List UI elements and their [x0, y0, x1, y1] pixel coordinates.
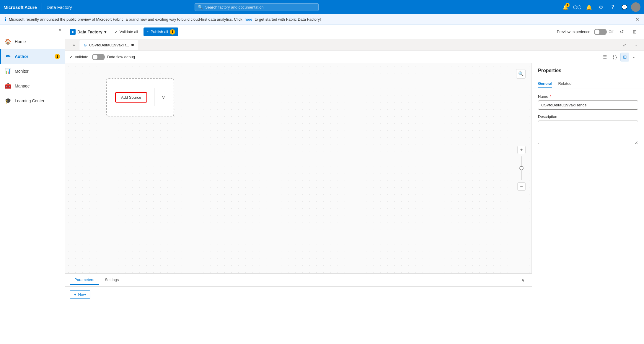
banner-link[interactable]: here	[245, 17, 252, 22]
unsaved-indicator	[131, 44, 134, 46]
sidebar-item-manage[interactable]: 🧰 Manage	[0, 79, 65, 93]
sidebar-item-monitor[interactable]: 📊 Monitor	[0, 64, 65, 79]
banner-message: Microsoft recently announced the public …	[9, 17, 242, 22]
sidebar-item-label-manage: Manage	[15, 84, 30, 88]
toolbar-right: Preview experience Off ↺ ⊞	[557, 27, 639, 37]
debug-toggle[interactable]	[92, 54, 105, 60]
factory-icon: ■	[70, 29, 76, 35]
more-options-icon[interactable]: ···	[631, 41, 639, 49]
toolbar-brand-chevron: ▾	[104, 30, 106, 34]
validate-all-button[interactable]: ✓ Validate all	[111, 28, 141, 36]
publish-icon: ↑	[147, 30, 149, 34]
top-nav: Microsoft Azure Data Factory 🔍 🔔 1 ⬡⬡ 🔔 …	[0, 0, 644, 14]
properties-header: Properties	[532, 63, 644, 76]
expand-tab-icon[interactable]: ⤢	[620, 41, 629, 49]
description-input[interactable]	[538, 121, 638, 144]
parameters-tab[interactable]: Parameters	[70, 275, 99, 285]
properties-body: Name * Description	[532, 88, 644, 151]
bottom-panel-body: + New	[65, 287, 532, 344]
refresh-icon[interactable]: ↺	[617, 27, 626, 37]
sidebar: « 🏠 Home ✏ Author 1 📊 Monitor 🧰 Manage 🎓…	[0, 25, 65, 344]
info-icon: ℹ	[5, 17, 6, 22]
description-field: Description	[538, 114, 638, 145]
sidebar-item-author[interactable]: ✏ Author 1	[0, 49, 65, 64]
more-sub-icon[interactable]: ···	[630, 53, 639, 61]
add-source-label: Add Source	[121, 95, 141, 100]
settings-tab[interactable]: Settings	[100, 275, 123, 285]
debug-label: Data flow debug	[107, 55, 135, 59]
info-banner: ℹ Microsoft recently announced the publi…	[0, 14, 644, 25]
properties-panel: Properties General Related Name *	[532, 63, 644, 344]
new-plus-icon: +	[74, 292, 76, 297]
preview-toggle[interactable]: Off	[594, 29, 613, 35]
new-button-label: New	[78, 292, 86, 297]
validate-button[interactable]: ✓ Validate	[70, 55, 88, 59]
general-tab[interactable]: General	[538, 79, 552, 88]
columns-icon[interactable]: ⊞	[630, 27, 639, 37]
toggle-off-label: Off	[609, 30, 613, 34]
add-source-button[interactable]: Add Source	[115, 92, 147, 103]
monitor-icon: 📊	[5, 68, 11, 74]
notification-badge: 1	[565, 3, 570, 7]
app-name: Data Factory	[47, 5, 72, 10]
properties-tabs: General Related	[532, 76, 644, 88]
validate-check-icon: ✓	[70, 55, 73, 59]
table-view-icon[interactable]: ⊞	[620, 53, 629, 61]
banner-close-button[interactable]: ✕	[635, 17, 639, 22]
zoom-slider[interactable]	[521, 156, 522, 180]
publish-all-button[interactable]: ↑ Publish all 1	[144, 27, 178, 36]
code-view-icon[interactable]: { }	[610, 53, 619, 61]
search-icon: 🔍	[198, 5, 203, 9]
feedback-icon[interactable]: 💬	[619, 2, 630, 12]
zoom-out-button[interactable]: −	[517, 182, 526, 191]
related-tab[interactable]: Related	[558, 79, 571, 88]
canvas-area[interactable]: 🔍 Add Source ∨ + −	[65, 63, 532, 273]
bottom-panel: Parameters Settings ∧ + New	[65, 273, 532, 344]
required-star: *	[550, 94, 551, 99]
sidebar-item-label-author: Author	[15, 54, 28, 59]
nav-divider	[42, 3, 42, 11]
zoom-in-button[interactable]: +	[517, 146, 526, 154]
bell-icon[interactable]: 🔔	[584, 2, 594, 12]
sidebar-item-home[interactable]: 🏠 Home	[0, 34, 65, 49]
search-input[interactable]	[205, 5, 315, 9]
search-bar[interactable]: 🔍	[195, 3, 319, 11]
settings-icon[interactable]: ⚙	[596, 2, 606, 12]
expand-button[interactable]: »	[70, 41, 78, 49]
preview-label: Preview experience	[557, 30, 590, 34]
toolbar-brand[interactable]: ■ Data Factory ▾	[70, 29, 106, 35]
sub-toolbar-right: ☰ { } ⊞ ···	[600, 53, 639, 61]
toolbar-divider	[109, 28, 109, 35]
canvas-search-button[interactable]: 🔍	[516, 69, 526, 79]
tab-right-icons: ⤢ ···	[620, 41, 639, 49]
list-view-icon[interactable]: ☰	[600, 53, 609, 61]
portals-icon[interactable]: ⬡⬡	[572, 2, 583, 12]
description-label: Description	[538, 114, 638, 119]
banner-suffix: to get started with Fabric Data Factory!	[255, 17, 321, 22]
main-toolbar: ■ Data Factory ▾ ✓ Validate all ↑ Publis…	[65, 25, 644, 39]
sidebar-collapse-button[interactable]: «	[0, 25, 65, 34]
notifications-icon[interactable]: 🔔 1	[560, 2, 571, 12]
avatar[interactable]	[631, 2, 640, 12]
help-icon[interactable]: ?	[607, 2, 618, 12]
sidebar-item-label-home: Home	[15, 39, 26, 44]
publish-badge: 1	[170, 29, 175, 35]
name-field: Name *	[538, 94, 638, 110]
publish-all-label: Publish all	[151, 30, 168, 34]
new-parameter-button[interactable]: + New	[70, 290, 90, 299]
bottom-panel-collapse-button[interactable]: ∧	[519, 276, 527, 284]
debug-toggle-thumb	[93, 55, 97, 59]
sub-toolbar: ✓ Validate Data flow debug ☰ { } ⊞ ···	[65, 51, 644, 63]
toggle-track[interactable]	[594, 29, 607, 35]
pipeline-tab[interactable]: ⊕ CSVtoDeltaC19VaxTr...	[79, 40, 138, 50]
author-badge: 1	[55, 54, 60, 59]
zoom-controls: + −	[517, 146, 526, 191]
validate-all-label: Validate all	[120, 30, 138, 34]
source-divider	[154, 88, 154, 106]
source-chevron-icon[interactable]: ∨	[162, 94, 165, 100]
source-box: Add Source ∨	[106, 78, 174, 116]
name-input[interactable]	[538, 100, 638, 110]
learning-center-icon: 🎓	[5, 98, 11, 104]
canvas-split: 🔍 Add Source ∨ + −	[65, 63, 644, 344]
sidebar-item-learning-center[interactable]: 🎓 Learning Center	[0, 93, 65, 108]
